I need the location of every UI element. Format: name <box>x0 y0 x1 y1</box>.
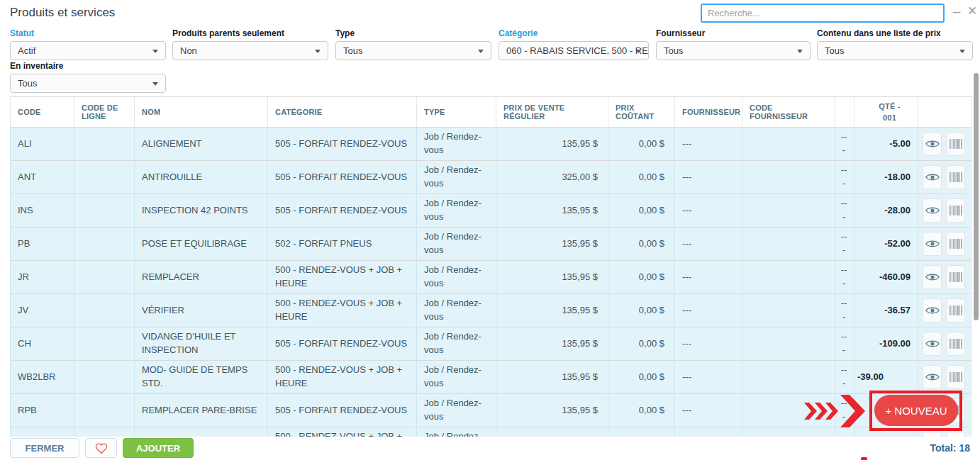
eye-icon <box>925 139 940 149</box>
view-button[interactable] <box>923 198 942 223</box>
barcode-button[interactable] <box>946 298 965 322</box>
filter-en-inventaire-label: En inventaire <box>10 61 166 71</box>
barcode-button[interactable] <box>946 232 965 256</box>
col-code-fournisseur[interactable]: CODE FOURNISSEUR <box>742 97 835 127</box>
favorite-button[interactable] <box>85 438 117 458</box>
col-actions <box>918 97 971 127</box>
cell-prix-vente: 135,95 $ <box>496 261 608 293</box>
table-row[interactable]: CH VIDANGE D'HUILE ET INSPECTION 505 - F… <box>10 327 971 361</box>
products-table: CODE CODE DE LIGNE NOM CATÉGORIE TYPE PR… <box>10 96 971 437</box>
col-nom[interactable]: NOM <box>135 97 268 127</box>
cell-prix-vente: 135,95 $ <box>496 327 608 360</box>
cell-prix-coutant: 0,00 $ <box>608 261 675 293</box>
filter-statut-select[interactable]: Actif <box>10 41 166 60</box>
barcode-button[interactable] <box>946 165 965 189</box>
vertical-scrollbar[interactable] <box>974 73 979 320</box>
cell-categorie: 500 - RENDEZ-VOUS + JOB + HEURE <box>268 361 417 393</box>
cell-type: Job / Rendez-vous <box>417 394 496 427</box>
col-categorie[interactable]: CATÉGORIE <box>268 97 417 127</box>
view-button[interactable] <box>923 132 942 156</box>
barcode-icon <box>950 305 962 315</box>
cell-code-de-ligne <box>74 261 135 293</box>
view-button[interactable] <box>923 298 942 322</box>
barcode-button[interactable] <box>946 332 965 356</box>
minimize-icon[interactable]: – <box>949 3 964 20</box>
barcode-button[interactable] <box>946 265 965 289</box>
cell-prix-vente: 135,95 $ <box>496 361 608 393</box>
col-prix-coutant[interactable]: PRIX COÛTANT <box>608 97 675 127</box>
col-code[interactable]: CODE <box>10 97 74 127</box>
filter-liste-prix: Contenu dans une liste de prix Tous <box>817 28 973 60</box>
col-code-de-ligne[interactable]: CODE DE LIGNE <box>74 97 135 127</box>
cell-nom: MOD- GUIDE DE TEMPS STD. <box>135 361 268 393</box>
search-input[interactable] <box>701 4 945 23</box>
footer-bar: FERMER AJOUTER Total: 18 <box>0 437 980 460</box>
ajouter-button[interactable]: AJOUTER <box>123 438 194 458</box>
heart-icon <box>95 442 108 454</box>
close-icon[interactable]: ✕ <box>964 3 980 20</box>
filter-en-inventaire-select[interactable]: Tous <box>10 74 166 93</box>
cell-dash: --- <box>835 361 854 393</box>
cell-code-de-ligne <box>74 228 135 260</box>
col-qte-001[interactable]: QTÉ - 001 <box>854 97 918 127</box>
col-fournisseur[interactable]: FOURNISSEUR <box>675 97 742 127</box>
cell-actions <box>918 228 971 260</box>
cell-dash: --- <box>835 261 854 293</box>
cell-type: Job / Rendez-vous <box>417 261 496 293</box>
filter-type-select[interactable]: Tous <box>335 41 491 60</box>
table-row[interactable]: PB POSE ET EQUILIBRAGE 502 - FORFAIT PNE… <box>10 228 971 261</box>
nouveau-button[interactable]: + NOUVEAU <box>874 395 958 426</box>
eye-icon <box>925 172 940 182</box>
cell-qte: -460.09 <box>854 261 918 293</box>
view-button[interactable] <box>923 165 942 189</box>
filter-produits-parents-select[interactable]: Non <box>172 41 328 60</box>
cell-code: INS <box>10 194 74 227</box>
cell-code-de-ligne <box>74 294 135 327</box>
cell-actions <box>918 327 971 360</box>
barcode-button[interactable] <box>946 132 965 156</box>
cell-nom: VÉRIFIER <box>135 294 268 327</box>
cell-fournisseur: --- <box>675 394 742 427</box>
filter-fournisseur-select[interactable]: Tous <box>656 41 811 60</box>
cell-code-fournisseur <box>742 228 835 260</box>
cell-prix-coutant: 0,00 $ <box>608 327 675 360</box>
table-row[interactable]: JV VÉRIFIER 500 - RENDEZ-VOUS + JOB + HE… <box>10 294 971 327</box>
eye-icon <box>925 272 940 282</box>
cell-prix-coutant: 0,00 $ <box>608 294 675 327</box>
view-button[interactable] <box>923 332 942 356</box>
cell-code-fournisseur <box>742 161 835 193</box>
cell-code: PB <box>10 228 74 260</box>
table-row[interactable]: INS INSPECTION 42 POINTS 505 - FORFAIT R… <box>10 194 971 228</box>
table-row[interactable]: JR REMPLACER 500 - RENDEZ-VOUS + JOB + H… <box>10 261 971 294</box>
filter-categorie-select[interactable]: 060 - RABAIS SERVICE, 500 - REN <box>499 41 649 60</box>
col-type[interactable]: TYPE <box>417 97 496 127</box>
cell-dash: --- <box>835 161 854 193</box>
cell-prix-vente: 325,00 $ <box>496 161 608 193</box>
filter-liste-prix-select[interactable]: Tous <box>817 41 973 60</box>
cell-code: JH <box>10 427 74 437</box>
cell-code: RPB <box>10 394 74 427</box>
filter-statut-label: Statut <box>10 28 166 38</box>
barcode-button[interactable] <box>946 365 965 389</box>
table-row[interactable]: WB2LBR MOD- GUIDE DE TEMPS STD. 500 - RE… <box>10 361 971 394</box>
cell-code-de-ligne <box>74 327 135 360</box>
col-prix-vente[interactable]: PRIX DE VENTE RÉGULIER <box>496 97 608 127</box>
table-row[interactable]: ALI ALIGNEMENT 505 - FORFAIT RENDEZ-VOUS… <box>10 128 971 161</box>
eye-icon <box>925 305 940 315</box>
view-button[interactable] <box>923 265 942 289</box>
cell-type: Job / Rendez-vous <box>417 161 496 193</box>
cell-categorie: 505 - FORFAIT RENDEZ-VOUS <box>268 161 417 193</box>
view-button[interactable] <box>923 365 942 389</box>
cell-actions <box>918 194 971 227</box>
red-arrows-annotation <box>800 392 872 430</box>
cell-code-fournisseur <box>742 261 835 293</box>
cell-dash: --- <box>835 194 854 227</box>
table-row[interactable]: ANT ANTIROUILLE 505 - FORFAIT RENDEZ-VOU… <box>10 161 971 194</box>
cell-fournisseur: --- <box>675 294 742 327</box>
filter-categorie-label: Catégorie <box>499 28 649 38</box>
view-button[interactable] <box>923 232 942 256</box>
barcode-button[interactable] <box>946 198 965 223</box>
cell-categorie: 500 - RENDEZ-VOUS + JOB + HEURE <box>268 427 417 437</box>
cell-prix-vente: 135,95 $ <box>496 394 608 427</box>
fermer-button[interactable]: FERMER <box>10 438 79 458</box>
